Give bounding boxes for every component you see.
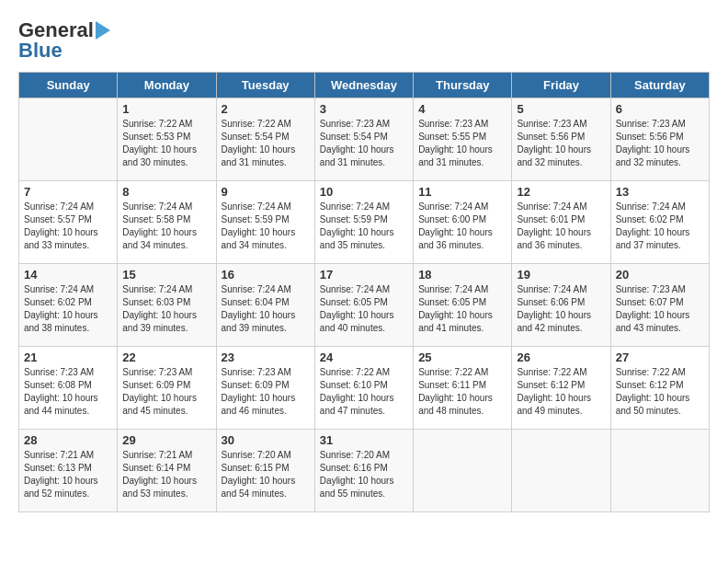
day-header-thursday: Thursday (414, 73, 512, 98)
day-number: 5 (517, 102, 605, 116)
day-info: Sunrise: 7:24 AM Sunset: 6:02 PM Dayligh… (616, 201, 704, 252)
day-info: Sunrise: 7:24 AM Sunset: 5:59 PM Dayligh… (320, 201, 408, 252)
calendar-cell: 13Sunrise: 7:24 AM Sunset: 6:02 PM Dayli… (610, 181, 709, 264)
days-header-row: SundayMondayTuesdayWednesdayThursdayFrid… (19, 73, 710, 98)
day-info: Sunrise: 7:20 AM Sunset: 6:16 PM Dayligh… (320, 449, 408, 500)
day-header-sunday: Sunday (19, 73, 118, 98)
day-info: Sunrise: 7:22 AM Sunset: 6:12 PM Dayligh… (517, 366, 605, 418)
day-header-monday: Monday (118, 73, 216, 98)
day-info: Sunrise: 7:22 AM Sunset: 5:53 PM Dayligh… (122, 118, 210, 169)
day-info: Sunrise: 7:24 AM Sunset: 6:04 PM Dayligh… (222, 283, 310, 335)
day-info: Sunrise: 7:23 AM Sunset: 5:54 PM Dayligh… (320, 118, 408, 169)
day-number: 14 (24, 268, 112, 282)
day-info: Sunrise: 7:23 AM Sunset: 6:09 PM Dayligh… (222, 366, 310, 418)
week-row-2: 7Sunrise: 7:24 AM Sunset: 5:57 PM Daylig… (19, 181, 710, 264)
day-header-wednesday: Wednesday (314, 73, 413, 98)
day-info: Sunrise: 7:22 AM Sunset: 6:11 PM Dayligh… (418, 366, 506, 418)
week-row-5: 28Sunrise: 7:21 AM Sunset: 6:13 PM Dayli… (19, 430, 710, 512)
day-info: Sunrise: 7:24 AM Sunset: 5:59 PM Dayligh… (222, 201, 310, 252)
day-info: Sunrise: 7:23 AM Sunset: 5:55 PM Dayligh… (418, 118, 506, 169)
day-info: Sunrise: 7:21 AM Sunset: 6:13 PM Dayligh… (24, 449, 112, 500)
calendar-cell: 2Sunrise: 7:22 AM Sunset: 5:54 PM Daylig… (216, 98, 314, 181)
calendar-cell: 26Sunrise: 7:22 AM Sunset: 6:12 PM Dayli… (512, 347, 610, 430)
day-number: 20 (616, 268, 704, 282)
calendar-cell: 18Sunrise: 7:24 AM Sunset: 6:05 PM Dayli… (414, 264, 512, 347)
day-number: 11 (418, 185, 506, 199)
day-info: Sunrise: 7:22 AM Sunset: 6:10 PM Dayligh… (320, 366, 408, 418)
day-number: 28 (24, 433, 112, 447)
day-number: 13 (616, 185, 704, 199)
logo-arrow-icon (96, 21, 110, 40)
day-number: 12 (517, 185, 605, 199)
day-number: 17 (320, 268, 408, 282)
day-number: 24 (320, 350, 408, 364)
day-number: 31 (320, 433, 408, 447)
calendar-cell: 28Sunrise: 7:21 AM Sunset: 6:13 PM Dayli… (19, 430, 118, 512)
day-number: 23 (222, 350, 310, 364)
calendar-cell: 16Sunrise: 7:24 AM Sunset: 6:04 PM Dayli… (216, 264, 314, 347)
day-number: 15 (122, 268, 210, 282)
calendar-cell: 15Sunrise: 7:24 AM Sunset: 6:03 PM Dayli… (118, 264, 216, 347)
day-info: Sunrise: 7:24 AM Sunset: 6:01 PM Dayligh… (517, 201, 605, 252)
day-number: 4 (418, 102, 506, 116)
day-number: 6 (616, 102, 704, 116)
week-row-1: 1Sunrise: 7:22 AM Sunset: 5:53 PM Daylig… (19, 98, 710, 181)
day-info: Sunrise: 7:24 AM Sunset: 6:06 PM Dayligh… (517, 283, 605, 335)
calendar-cell (414, 430, 512, 512)
calendar-cell: 12Sunrise: 7:24 AM Sunset: 6:01 PM Dayli… (512, 181, 610, 264)
day-number: 2 (222, 102, 310, 116)
calendar-cell (512, 430, 610, 512)
day-number: 18 (418, 268, 506, 282)
day-info: Sunrise: 7:22 AM Sunset: 6:12 PM Dayligh… (616, 366, 704, 418)
calendar-cell: 9Sunrise: 7:24 AM Sunset: 5:59 PM Daylig… (216, 181, 314, 264)
day-info: Sunrise: 7:23 AM Sunset: 6:07 PM Dayligh… (616, 283, 704, 335)
day-number: 27 (616, 350, 704, 364)
day-header-saturday: Saturday (610, 73, 709, 98)
calendar-cell (610, 430, 709, 512)
day-info: Sunrise: 7:24 AM Sunset: 5:57 PM Dayligh… (24, 201, 112, 252)
week-row-3: 14Sunrise: 7:24 AM Sunset: 6:02 PM Dayli… (19, 264, 710, 347)
calendar-cell: 8Sunrise: 7:24 AM Sunset: 5:58 PM Daylig… (118, 181, 216, 264)
day-number: 19 (517, 268, 605, 282)
day-info: Sunrise: 7:23 AM Sunset: 5:56 PM Dayligh… (517, 118, 605, 169)
day-number: 25 (418, 350, 506, 364)
calendar-cell: 31Sunrise: 7:20 AM Sunset: 6:16 PM Dayli… (314, 430, 413, 512)
calendar-cell: 25Sunrise: 7:22 AM Sunset: 6:11 PM Dayli… (414, 347, 512, 430)
day-number: 7 (24, 185, 112, 199)
day-header-friday: Friday (512, 73, 610, 98)
week-row-4: 21Sunrise: 7:23 AM Sunset: 6:08 PM Dayli… (19, 347, 710, 430)
calendar-cell: 7Sunrise: 7:24 AM Sunset: 5:57 PM Daylig… (19, 181, 118, 264)
day-number: 26 (517, 350, 605, 364)
day-number: 3 (320, 102, 408, 116)
day-info: Sunrise: 7:24 AM Sunset: 6:02 PM Dayligh… (24, 283, 112, 335)
day-number: 10 (320, 185, 408, 199)
calendar-cell: 17Sunrise: 7:24 AM Sunset: 6:05 PM Dayli… (314, 264, 413, 347)
logo: General Blue (18, 18, 110, 63)
calendar-cell (19, 98, 118, 181)
logo-blue: Blue (18, 39, 63, 63)
day-info: Sunrise: 7:24 AM Sunset: 6:00 PM Dayligh… (418, 201, 506, 252)
day-info: Sunrise: 7:24 AM Sunset: 6:03 PM Dayligh… (122, 283, 210, 335)
day-info: Sunrise: 7:24 AM Sunset: 6:05 PM Dayligh… (418, 283, 506, 335)
calendar-cell: 30Sunrise: 7:20 AM Sunset: 6:15 PM Dayli… (216, 430, 314, 512)
day-number: 9 (222, 185, 310, 199)
day-number: 8 (122, 185, 210, 199)
day-number: 22 (122, 350, 210, 364)
day-number: 16 (222, 268, 310, 282)
calendar-cell: 3Sunrise: 7:23 AM Sunset: 5:54 PM Daylig… (314, 98, 413, 181)
calendar-cell: 1Sunrise: 7:22 AM Sunset: 5:53 PM Daylig… (118, 98, 216, 181)
day-info: Sunrise: 7:24 AM Sunset: 6:05 PM Dayligh… (320, 283, 408, 335)
calendar-cell: 23Sunrise: 7:23 AM Sunset: 6:09 PM Dayli… (216, 347, 314, 430)
day-number: 1 (122, 102, 210, 116)
day-info: Sunrise: 7:24 AM Sunset: 5:58 PM Dayligh… (122, 201, 210, 252)
day-header-tuesday: Tuesday (216, 73, 314, 98)
calendar-cell: 24Sunrise: 7:22 AM Sunset: 6:10 PM Dayli… (314, 347, 413, 430)
calendar-cell: 19Sunrise: 7:24 AM Sunset: 6:06 PM Dayli… (512, 264, 610, 347)
calendar-cell: 29Sunrise: 7:21 AM Sunset: 6:14 PM Dayli… (118, 430, 216, 512)
calendar-cell: 14Sunrise: 7:24 AM Sunset: 6:02 PM Dayli… (19, 264, 118, 347)
day-info: Sunrise: 7:23 AM Sunset: 6:08 PM Dayligh… (24, 366, 112, 418)
calendar-cell: 20Sunrise: 7:23 AM Sunset: 6:07 PM Dayli… (610, 264, 709, 347)
calendar-cell: 6Sunrise: 7:23 AM Sunset: 5:56 PM Daylig… (610, 98, 709, 181)
calendar-cell: 5Sunrise: 7:23 AM Sunset: 5:56 PM Daylig… (512, 98, 610, 181)
calendar-cell: 21Sunrise: 7:23 AM Sunset: 6:08 PM Dayli… (19, 347, 118, 430)
